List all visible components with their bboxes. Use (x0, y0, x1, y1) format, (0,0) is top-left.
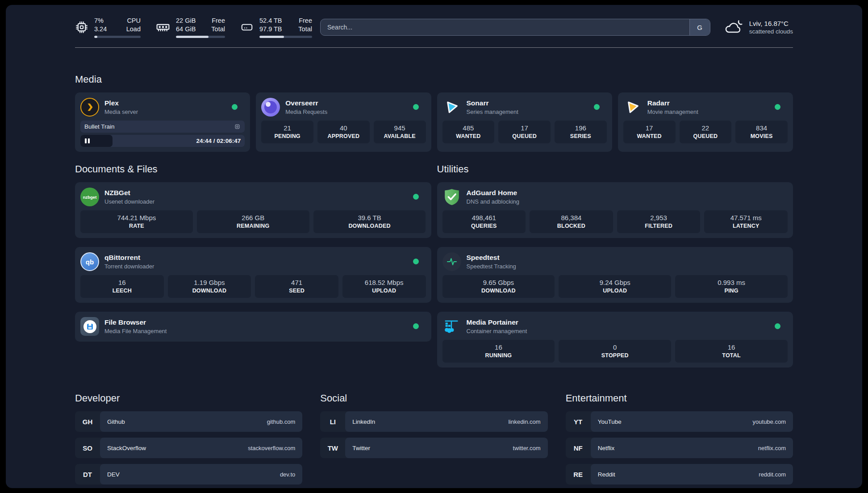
stat-wanted: 485 WANTED (442, 121, 495, 143)
documents-column: Documents & Files nzbget NZBGet Usenet d… (75, 163, 431, 368)
sonarr-stats: 485 WANTED 17 QUEUED 196 SERIES (442, 121, 607, 143)
transcode-chip-icon (234, 123, 241, 130)
nzbget-stats: 744.21 Mbps RATE 266 GB REMAINING 39.6 T… (80, 210, 426, 233)
ram-total-label: Total (206, 25, 225, 33)
stat-total: 16 TOTAL (675, 340, 788, 363)
filebrowser-app-link[interactable]: File Browser Media File Management (80, 316, 426, 337)
stat-queries: 498,461 QUERIES (442, 210, 526, 233)
sonarr-card: Sonarr Series management 485 WANTED 17 Q… (437, 92, 612, 152)
cpu-load-label: Load (117, 25, 141, 33)
stat-pending: 21 PENDING (261, 121, 313, 143)
bookmark-group-social: Social LI LinkedIn linkedin.com TW Twitt… (320, 393, 547, 488)
ram-icon (156, 20, 170, 34)
weather-condition: scattered clouds (749, 28, 793, 35)
cpu-usage-label: CPU (117, 17, 141, 25)
radarr-icon (623, 98, 642, 117)
section-title-media: Media (75, 74, 793, 85)
adguard-stats: 498,461 QUERIES 86,384 BLOCKED 2,953 FIL… (442, 210, 788, 233)
radarr-name: Radarr (647, 99, 698, 107)
bookmark-youtube[interactable]: YT YouTube youtube.com (566, 411, 793, 432)
radarr-app-link[interactable]: Radarr Movie management (623, 97, 788, 117)
utilities-column: Utilities (437, 163, 793, 368)
plex-card: Plex Media server Bullet Train (75, 92, 250, 152)
sonarr-icon (442, 98, 461, 117)
plex-app-link[interactable]: Plex Media server (80, 97, 245, 117)
adguard-name: AdGuard Home (467, 189, 520, 197)
overseerr-name: Overseerr (285, 99, 327, 107)
stat-seed: 471 SEED (255, 275, 338, 298)
qbittorrent-stats: 16 LEECH 1.19 Gbps DOWNLOAD 471 SEED 6 (80, 275, 426, 298)
bookmark-group-entertainment: Entertainment YT YouTube youtube.com NF … (566, 393, 793, 488)
bookmark-linkedin[interactable]: LI LinkedIn linkedin.com (320, 411, 547, 432)
stat-approved: 40 APPROVED (317, 121, 370, 143)
pause-icon (85, 138, 90, 143)
qbittorrent-status-dot (413, 259, 419, 264)
plex-description: Media server (104, 109, 138, 115)
topbar-divider (75, 47, 793, 48)
qbittorrent-icon: qb (80, 252, 99, 271)
stat-remaining: 266 GB REMAINING (197, 210, 309, 233)
nzbget-name: NZBGet (104, 189, 154, 197)
cpu-monitor: 7% 3.24 CPU Load (75, 17, 141, 38)
stat-wanted: 17 WANTED (623, 121, 676, 143)
bookmark-dev[interactable]: DT DEV dev.to (75, 464, 302, 485)
overseerr-icon (261, 98, 280, 117)
cloud-moon-icon (724, 19, 743, 36)
plex-progress-bar: 24:44 / 02:06:47 (80, 135, 245, 147)
bookmark-twitter[interactable]: TW Twitter twitter.com (320, 438, 547, 458)
bookmark-reddit[interactable]: RE Reddit reddit.com (566, 464, 793, 485)
stat-latency: 47.571 ms LATENCY (704, 210, 788, 233)
portainer-status-dot (775, 323, 780, 329)
stat-downloaded: 39.6 TB DOWNLOADED (313, 210, 426, 233)
qbittorrent-card: qb qBittorrent Torrent downloader 16 LEE… (75, 247, 431, 303)
disk-icon (240, 21, 254, 34)
speedtest-card: Speedtest Speedtest Tracking 9.65 Gbps D… (437, 247, 793, 303)
disk-free-value: 52.4 TB (259, 17, 282, 25)
stat-queued: 22 QUEUED (680, 121, 732, 143)
section-title-documents: Documents & Files (75, 163, 431, 175)
speedtest-icon (442, 252, 461, 271)
ram-progress-bar (176, 36, 225, 38)
speedtest-app-link[interactable]: Speedtest Speedtest Tracking (442, 251, 788, 272)
sonarr-description: Series management (467, 109, 518, 115)
bookmark-stackoverflow[interactable]: SO StackOverflow stackoverflow.com (75, 438, 302, 458)
stat-queued: 17 QUEUED (498, 121, 551, 143)
now-playing-title: Bullet Train (84, 123, 115, 130)
adguard-app-link[interactable]: AdGuard Home DNS and adblocking (442, 187, 788, 207)
bookmark-netflix[interactable]: NF Netflix netflix.com (566, 438, 793, 458)
qbittorrent-app-link[interactable]: qb qBittorrent Torrent downloader (80, 251, 426, 272)
nzbget-icon: nzbget (80, 188, 99, 206)
cpu-progress-bar (94, 36, 141, 38)
overseerr-card: Overseerr Media Requests 21 PENDING 40 A… (256, 92, 431, 152)
portainer-stats: 16 RUNNING 0 STOPPED 16 TOTAL (442, 340, 788, 363)
stat-download: 1.19 Gbps DOWNLOAD (168, 275, 251, 298)
cpu-usage-value: 7% (94, 17, 107, 25)
plex-name: Plex (104, 99, 138, 107)
bookmark-github[interactable]: GH Github github.com (75, 411, 302, 432)
disk-monitor: 52.4 TB 97.9 TB Free Total (240, 17, 312, 38)
stat-running: 16 RUNNING (442, 340, 555, 363)
stat-leech: 16 LEECH (80, 275, 164, 298)
stat-filtered: 2,953 FILTERED (617, 210, 701, 233)
radarr-stats: 17 WANTED 22 QUEUED 834 MOVIES (623, 121, 788, 143)
overseerr-description: Media Requests (285, 109, 327, 115)
section-title-social: Social (320, 393, 547, 404)
portainer-app-link[interactable]: Media Portainer Container management (442, 316, 788, 337)
search-provider-button[interactable]: G (689, 19, 710, 35)
qbittorrent-description: Torrent downloader (104, 263, 154, 270)
dashboard-page: 7% 3.24 CPU Load (6, 5, 862, 488)
nzbget-card: nzbget NZBGet Usenet downloader 744.21 M… (75, 182, 431, 238)
speedtest-stats: 9.65 Gbps DOWNLOAD 9.24 Gbps UPLOAD 0.99… (442, 275, 788, 298)
disk-free-label: Free (293, 17, 312, 25)
search-input[interactable] (321, 19, 689, 35)
sonarr-app-link[interactable]: Sonarr Series management (442, 97, 607, 117)
section-title-developer: Developer (75, 393, 302, 404)
stat-stopped: 0 STOPPED (559, 340, 671, 363)
plex-now-playing-row: Bullet Train (80, 121, 245, 133)
section-title-utilities: Utilities (437, 163, 793, 175)
overseerr-status-dot (413, 104, 419, 110)
overseerr-app-link[interactable]: Overseerr Media Requests (261, 97, 426, 117)
stat-series: 196 SERIES (555, 121, 607, 143)
nzbget-app-link[interactable]: nzbget NZBGet Usenet downloader (80, 187, 426, 207)
adguard-card: AdGuard Home DNS and adblocking 498,461 … (437, 182, 793, 238)
